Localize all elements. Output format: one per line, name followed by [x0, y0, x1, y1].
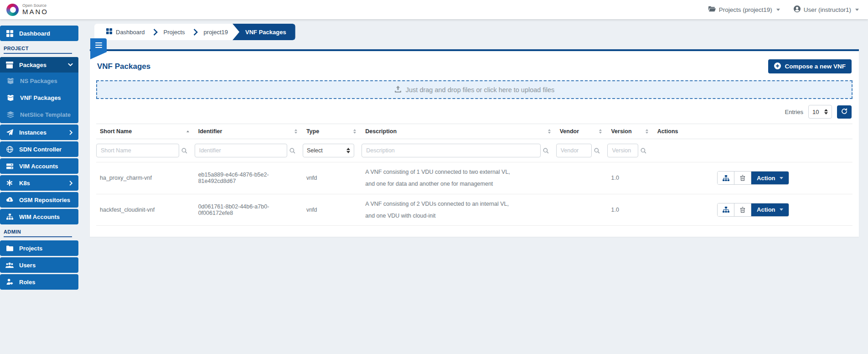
- breadcrumb-dashboard[interactable]: Dashboard: [100, 28, 151, 36]
- sidebar-group-packages: Packages NS Packages VNF Packages: [0, 57, 78, 123]
- chevron-right-icon: [69, 130, 73, 135]
- cell-description: A VNF consisting of 1 VDU connected to t…: [362, 162, 556, 194]
- column-description[interactable]: Description: [362, 124, 556, 139]
- cell-vendor: [556, 162, 608, 194]
- user-dropdown-label: User (instructor1): [804, 6, 851, 13]
- column-vendor[interactable]: Vendor: [556, 124, 608, 139]
- caret-down-icon: [780, 208, 783, 211]
- entries-select[interactable]: 10: [808, 105, 832, 119]
- action-dropdown-button[interactable]: Action: [751, 172, 788, 184]
- sidebar-item-sdn-controller[interactable]: SDN Controller: [0, 141, 78, 157]
- breadcrumb-project19[interactable]: project19: [197, 29, 234, 36]
- filter-short-name-input[interactable]: [96, 144, 179, 157]
- column-actions: Actions: [654, 124, 852, 139]
- chevron-down-icon: [68, 63, 73, 67]
- folder-open-icon: [708, 6, 716, 13]
- search-icon[interactable]: [181, 148, 187, 154]
- sidebar-item-netslice-template[interactable]: NetSlice Template: [0, 106, 78, 123]
- projects-dropdown[interactable]: Projects (project19): [708, 6, 780, 13]
- sidebar-item-instances[interactable]: Instances: [0, 125, 78, 140]
- sidebar-item-k8s[interactable]: K8s: [0, 175, 78, 191]
- refresh-button[interactable]: [837, 105, 852, 119]
- caret-down-icon: [776, 9, 780, 11]
- cell-type: vnfd: [303, 162, 362, 194]
- folder-icon: [5, 245, 14, 251]
- compose-new-vnf-button[interactable]: Compose a new VNF: [768, 59, 852, 73]
- sidebar-item-vnf-packages[interactable]: VNF Packages: [0, 89, 78, 106]
- sort-icon: [294, 129, 297, 134]
- sidebar-item-label: SDN Controller: [19, 146, 62, 153]
- sidebar-item-label: K8s: [19, 180, 30, 187]
- file-dropzone[interactable]: Just drag and drop files or click here t…: [96, 80, 852, 99]
- sidebar-item-vim-accounts[interactable]: VIM Accounts: [0, 158, 78, 174]
- archive-box-icon: [5, 61, 14, 68]
- cell-identifier: eb15a889-e4c6-4876-b5e2-81e492cd8d67: [195, 162, 303, 194]
- column-version[interactable]: Version: [607, 124, 653, 139]
- filter-type-select[interactable]: Select: [303, 144, 354, 157]
- sidebar-item-label: OSM Repositories: [19, 197, 70, 203]
- sidebar-item-packages[interactable]: Packages: [0, 57, 78, 73]
- table-filter-row: Select: [96, 139, 852, 162]
- entries-label: Entries: [785, 109, 803, 115]
- delete-button[interactable]: [734, 172, 751, 184]
- filter-vendor-input[interactable]: [556, 144, 592, 157]
- sidebar-item-wim-accounts[interactable]: WIM Accounts: [0, 209, 78, 224]
- topology-button[interactable]: [718, 203, 734, 216]
- sidebar-item-osm-repositories[interactable]: OSM Repositories: [0, 192, 78, 208]
- sidebar-item-projects[interactable]: Projects: [0, 240, 78, 256]
- search-icon[interactable]: [594, 148, 600, 154]
- vnf-packages-table: Short Name Identifier Type Description V…: [96, 124, 852, 226]
- chevron-right-icon: [191, 28, 198, 36]
- user-dropdown[interactable]: User (instructor1): [794, 5, 859, 14]
- mano-logo-icon: [6, 4, 19, 16]
- upload-icon: [394, 86, 402, 94]
- breadcrumb-current: VNF Packages: [232, 24, 295, 40]
- sort-icon: [599, 129, 602, 134]
- cell-version: 1.0: [607, 194, 653, 226]
- cell-type: vnfd: [303, 194, 362, 226]
- caret-down-icon: [855, 9, 859, 11]
- page-title: VNF Packages: [97, 62, 150, 71]
- paper-plane-icon: [5, 129, 14, 136]
- column-type[interactable]: Type: [303, 124, 362, 139]
- search-icon[interactable]: [543, 148, 549, 154]
- layers-icon: [6, 111, 15, 119]
- globe-icon: [5, 146, 14, 153]
- sidebar-item-dashboard[interactable]: Dashboard: [0, 26, 78, 41]
- chevron-right-icon: [150, 28, 158, 36]
- breadcrumb-projects[interactable]: Projects: [157, 29, 191, 36]
- select-carets-icon: [824, 109, 828, 115]
- sitemap-icon: [5, 213, 14, 220]
- projects-dropdown-label: Projects (project19): [719, 6, 772, 13]
- cloud-download-icon: [5, 197, 14, 203]
- topology-button[interactable]: [718, 172, 734, 184]
- top-header: Open Source MANO Projects (project19) Us…: [0, 0, 868, 19]
- column-identifier[interactable]: Identifier: [195, 124, 303, 139]
- sidebar-section-project: PROJECT: [4, 46, 72, 54]
- column-short-name[interactable]: Short Name: [96, 124, 195, 139]
- select-carets-icon: [346, 148, 350, 153]
- sidebar-item-roles[interactable]: Roles: [0, 274, 78, 290]
- sidebar: Dashboard PROJECT Packages NS Packages: [0, 19, 78, 354]
- cell-description: A VNF consisting of 2 VDUs connected to …: [362, 194, 556, 226]
- cell-actions: Action: [654, 194, 852, 226]
- hamburger-icon: [95, 45, 102, 46]
- box-open-icon: [6, 94, 15, 101]
- main-content: Dashboard Projects project19 VNF Package…: [78, 19, 868, 354]
- vnf-packages-card: VNF Packages Compose a new VNF Just drag…: [90, 49, 859, 237]
- filter-description-input[interactable]: [362, 144, 540, 157]
- sidebar-toggle[interactable]: [90, 38, 107, 52]
- filter-version-input[interactable]: [607, 144, 638, 157]
- search-icon[interactable]: [289, 148, 295, 154]
- sidebar-item-label: NS Packages: [20, 78, 57, 84]
- sidebar-item-label: VIM Accounts: [19, 163, 58, 170]
- filter-identifier-input[interactable]: [195, 144, 287, 157]
- search-icon[interactable]: [641, 148, 646, 154]
- sidebar-item-ns-packages[interactable]: NS Packages: [0, 73, 78, 89]
- chevron-right-icon: [69, 181, 73, 186]
- action-dropdown-button[interactable]: Action: [751, 203, 788, 216]
- sidebar-item-users[interactable]: Users: [0, 257, 78, 273]
- sidebar-item-label: Packages: [19, 62, 46, 68]
- delete-button[interactable]: [734, 203, 751, 216]
- table-header-row: Short Name Identifier Type Description V…: [96, 124, 852, 139]
